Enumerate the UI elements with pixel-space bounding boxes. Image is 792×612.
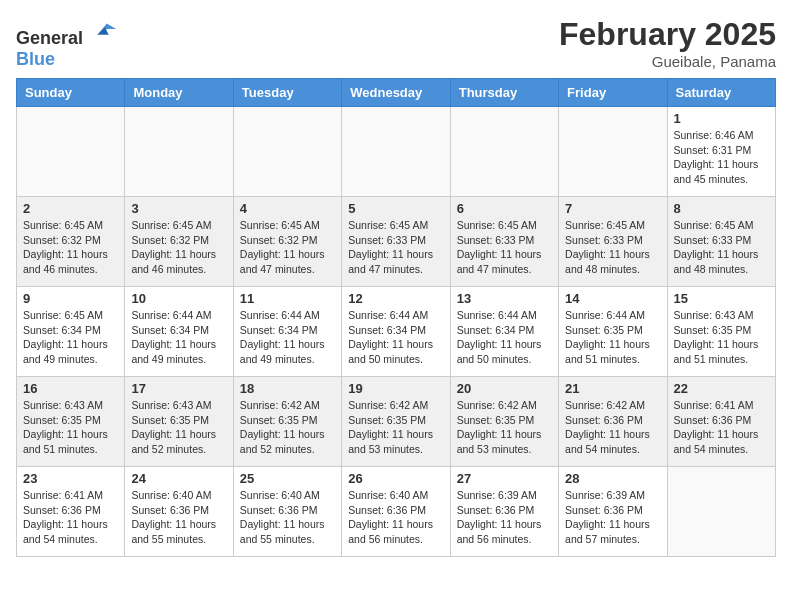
day-info: Sunrise: 6:44 AM Sunset: 6:34 PM Dayligh… bbox=[348, 308, 443, 367]
calendar-day-cell bbox=[17, 107, 125, 197]
calendar-week-row: 9Sunrise: 6:45 AM Sunset: 6:34 PM Daylig… bbox=[17, 287, 776, 377]
day-info: Sunrise: 6:39 AM Sunset: 6:36 PM Dayligh… bbox=[565, 488, 660, 547]
calendar-day-cell: 13Sunrise: 6:44 AM Sunset: 6:34 PM Dayli… bbox=[450, 287, 558, 377]
day-number: 1 bbox=[674, 111, 769, 126]
day-number: 6 bbox=[457, 201, 552, 216]
day-number: 14 bbox=[565, 291, 660, 306]
day-of-week-header: Monday bbox=[125, 79, 233, 107]
calendar-day-cell: 2Sunrise: 6:45 AM Sunset: 6:32 PM Daylig… bbox=[17, 197, 125, 287]
calendar-day-cell: 1Sunrise: 6:46 AM Sunset: 6:31 PM Daylig… bbox=[667, 107, 775, 197]
day-of-week-header: Thursday bbox=[450, 79, 558, 107]
calendar-day-cell: 4Sunrise: 6:45 AM Sunset: 6:32 PM Daylig… bbox=[233, 197, 341, 287]
day-info: Sunrise: 6:43 AM Sunset: 6:35 PM Dayligh… bbox=[674, 308, 769, 367]
day-info: Sunrise: 6:40 AM Sunset: 6:36 PM Dayligh… bbox=[240, 488, 335, 547]
day-number: 17 bbox=[131, 381, 226, 396]
title-block: February 2025 Gueibale, Panama bbox=[559, 16, 776, 70]
day-of-week-header: Friday bbox=[559, 79, 667, 107]
day-info: Sunrise: 6:43 AM Sunset: 6:35 PM Dayligh… bbox=[23, 398, 118, 457]
page-header: General Blue February 2025 Gueibale, Pan… bbox=[16, 16, 776, 70]
day-info: Sunrise: 6:46 AM Sunset: 6:31 PM Dayligh… bbox=[674, 128, 769, 187]
calendar-day-cell: 18Sunrise: 6:42 AM Sunset: 6:35 PM Dayli… bbox=[233, 377, 341, 467]
day-info: Sunrise: 6:45 AM Sunset: 6:33 PM Dayligh… bbox=[565, 218, 660, 277]
calendar-day-cell bbox=[559, 107, 667, 197]
calendar-week-row: 2Sunrise: 6:45 AM Sunset: 6:32 PM Daylig… bbox=[17, 197, 776, 287]
day-number: 13 bbox=[457, 291, 552, 306]
calendar-week-row: 23Sunrise: 6:41 AM Sunset: 6:36 PM Dayli… bbox=[17, 467, 776, 557]
day-info: Sunrise: 6:45 AM Sunset: 6:34 PM Dayligh… bbox=[23, 308, 118, 367]
logo-bird-icon bbox=[90, 16, 118, 44]
day-number: 19 bbox=[348, 381, 443, 396]
day-number: 22 bbox=[674, 381, 769, 396]
day-number: 23 bbox=[23, 471, 118, 486]
day-info: Sunrise: 6:45 AM Sunset: 6:33 PM Dayligh… bbox=[674, 218, 769, 277]
day-of-week-header: Tuesday bbox=[233, 79, 341, 107]
day-info: Sunrise: 6:43 AM Sunset: 6:35 PM Dayligh… bbox=[131, 398, 226, 457]
day-number: 10 bbox=[131, 291, 226, 306]
day-number: 27 bbox=[457, 471, 552, 486]
day-info: Sunrise: 6:42 AM Sunset: 6:35 PM Dayligh… bbox=[457, 398, 552, 457]
calendar-day-cell: 22Sunrise: 6:41 AM Sunset: 6:36 PM Dayli… bbox=[667, 377, 775, 467]
calendar-day-cell: 19Sunrise: 6:42 AM Sunset: 6:35 PM Dayli… bbox=[342, 377, 450, 467]
day-number: 25 bbox=[240, 471, 335, 486]
calendar-day-cell: 7Sunrise: 6:45 AM Sunset: 6:33 PM Daylig… bbox=[559, 197, 667, 287]
day-number: 4 bbox=[240, 201, 335, 216]
month-title: February 2025 bbox=[559, 16, 776, 53]
calendar-day-cell bbox=[342, 107, 450, 197]
day-info: Sunrise: 6:45 AM Sunset: 6:33 PM Dayligh… bbox=[348, 218, 443, 277]
calendar-day-cell: 23Sunrise: 6:41 AM Sunset: 6:36 PM Dayli… bbox=[17, 467, 125, 557]
calendar-day-cell: 14Sunrise: 6:44 AM Sunset: 6:35 PM Dayli… bbox=[559, 287, 667, 377]
day-info: Sunrise: 6:42 AM Sunset: 6:35 PM Dayligh… bbox=[240, 398, 335, 457]
day-number: 20 bbox=[457, 381, 552, 396]
day-of-week-header: Wednesday bbox=[342, 79, 450, 107]
day-info: Sunrise: 6:44 AM Sunset: 6:34 PM Dayligh… bbox=[131, 308, 226, 367]
calendar-day-cell: 27Sunrise: 6:39 AM Sunset: 6:36 PM Dayli… bbox=[450, 467, 558, 557]
day-of-week-header: Saturday bbox=[667, 79, 775, 107]
day-number: 2 bbox=[23, 201, 118, 216]
logo-general: General bbox=[16, 28, 83, 48]
day-number: 3 bbox=[131, 201, 226, 216]
day-info: Sunrise: 6:45 AM Sunset: 6:32 PM Dayligh… bbox=[240, 218, 335, 277]
day-number: 28 bbox=[565, 471, 660, 486]
calendar-week-row: 16Sunrise: 6:43 AM Sunset: 6:35 PM Dayli… bbox=[17, 377, 776, 467]
calendar-table: SundayMondayTuesdayWednesdayThursdayFrid… bbox=[16, 78, 776, 557]
calendar-day-cell: 16Sunrise: 6:43 AM Sunset: 6:35 PM Dayli… bbox=[17, 377, 125, 467]
location: Gueibale, Panama bbox=[559, 53, 776, 70]
day-number: 9 bbox=[23, 291, 118, 306]
day-info: Sunrise: 6:39 AM Sunset: 6:36 PM Dayligh… bbox=[457, 488, 552, 547]
calendar-day-cell: 5Sunrise: 6:45 AM Sunset: 6:33 PM Daylig… bbox=[342, 197, 450, 287]
day-number: 26 bbox=[348, 471, 443, 486]
day-number: 12 bbox=[348, 291, 443, 306]
day-number: 24 bbox=[131, 471, 226, 486]
logo-blue: Blue bbox=[16, 49, 55, 69]
calendar-day-cell: 12Sunrise: 6:44 AM Sunset: 6:34 PM Dayli… bbox=[342, 287, 450, 377]
day-of-week-header: Sunday bbox=[17, 79, 125, 107]
calendar-day-cell: 11Sunrise: 6:44 AM Sunset: 6:34 PM Dayli… bbox=[233, 287, 341, 377]
calendar-day-cell: 26Sunrise: 6:40 AM Sunset: 6:36 PM Dayli… bbox=[342, 467, 450, 557]
calendar-day-cell: 9Sunrise: 6:45 AM Sunset: 6:34 PM Daylig… bbox=[17, 287, 125, 377]
logo-text: General Blue bbox=[16, 16, 118, 70]
calendar-day-cell bbox=[450, 107, 558, 197]
calendar-day-cell: 15Sunrise: 6:43 AM Sunset: 6:35 PM Dayli… bbox=[667, 287, 775, 377]
day-number: 21 bbox=[565, 381, 660, 396]
calendar-day-cell bbox=[667, 467, 775, 557]
day-info: Sunrise: 6:45 AM Sunset: 6:33 PM Dayligh… bbox=[457, 218, 552, 277]
day-info: Sunrise: 6:44 AM Sunset: 6:34 PM Dayligh… bbox=[457, 308, 552, 367]
day-number: 15 bbox=[674, 291, 769, 306]
calendar-day-cell: 20Sunrise: 6:42 AM Sunset: 6:35 PM Dayli… bbox=[450, 377, 558, 467]
day-info: Sunrise: 6:42 AM Sunset: 6:36 PM Dayligh… bbox=[565, 398, 660, 457]
day-info: Sunrise: 6:44 AM Sunset: 6:34 PM Dayligh… bbox=[240, 308, 335, 367]
day-info: Sunrise: 6:45 AM Sunset: 6:32 PM Dayligh… bbox=[131, 218, 226, 277]
day-number: 11 bbox=[240, 291, 335, 306]
calendar-day-cell: 24Sunrise: 6:40 AM Sunset: 6:36 PM Dayli… bbox=[125, 467, 233, 557]
day-info: Sunrise: 6:42 AM Sunset: 6:35 PM Dayligh… bbox=[348, 398, 443, 457]
day-number: 16 bbox=[23, 381, 118, 396]
day-info: Sunrise: 6:41 AM Sunset: 6:36 PM Dayligh… bbox=[674, 398, 769, 457]
calendar-day-cell: 21Sunrise: 6:42 AM Sunset: 6:36 PM Dayli… bbox=[559, 377, 667, 467]
logo: General Blue bbox=[16, 16, 118, 70]
day-info: Sunrise: 6:40 AM Sunset: 6:36 PM Dayligh… bbox=[348, 488, 443, 547]
calendar-day-cell: 28Sunrise: 6:39 AM Sunset: 6:36 PM Dayli… bbox=[559, 467, 667, 557]
calendar-day-cell bbox=[125, 107, 233, 197]
calendar-day-cell: 10Sunrise: 6:44 AM Sunset: 6:34 PM Dayli… bbox=[125, 287, 233, 377]
day-info: Sunrise: 6:45 AM Sunset: 6:32 PM Dayligh… bbox=[23, 218, 118, 277]
calendar-day-cell bbox=[233, 107, 341, 197]
